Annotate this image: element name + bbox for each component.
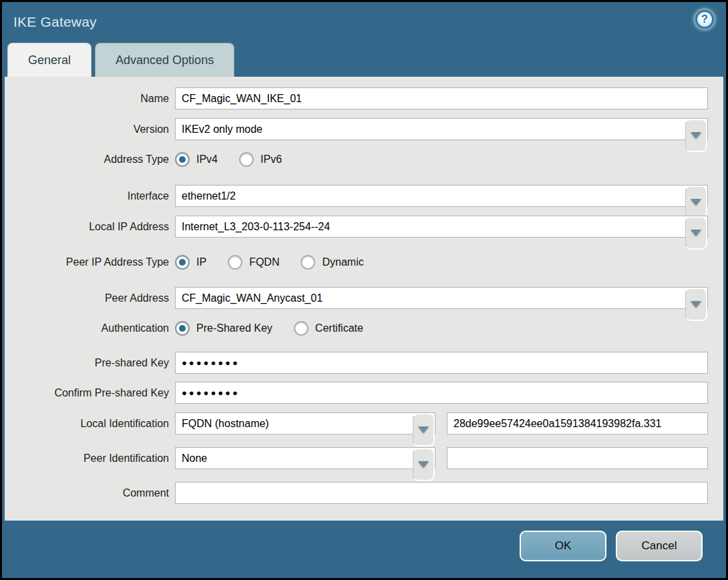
peer-address-row: Peer Address CF_Magic_WAN_Anycast_01 (5, 287, 708, 309)
address-type-radio-ipv6[interactable]: IPv6 (239, 152, 282, 167)
peer-identification-type-select[interactable]: None (175, 447, 435, 469)
radio-unselected-icon (228, 255, 242, 270)
local-ip-address-label: Local IP Address (5, 221, 175, 233)
chevron-down-icon (691, 230, 701, 236)
ok-button[interactable]: OK (520, 531, 606, 561)
peer-ip-type-radio-fqdn[interactable]: FQDN (228, 255, 279, 270)
peer-address-select[interactable]: CF_Magic_WAN_Anycast_01 (175, 287, 708, 309)
peer-identification-dropdown-button[interactable] (413, 448, 435, 481)
peer-address-dropdown-button[interactable] (685, 288, 707, 321)
pre-shared-key-input[interactable] (175, 352, 708, 374)
peer-ip-type-radio-dynamic[interactable]: Dynamic (301, 255, 363, 270)
radio-unselected-icon (239, 152, 254, 167)
help-icon[interactable]: ? (695, 10, 714, 29)
peer-identification-value-input[interactable] (447, 447, 708, 469)
peer-identification-label: Peer Identification (5, 453, 175, 465)
radio-unselected-icon (294, 321, 309, 336)
version-row: Version IKEv2 only mode (5, 118, 708, 140)
peer-address-value: CF_Magic_WAN_Anycast_01 (176, 288, 685, 308)
address-type-label: Address Type (5, 154, 175, 166)
local-identification-row: Local Identification FQDN (hostname) (5, 412, 708, 434)
peer-address-label: Peer Address (5, 292, 175, 304)
local-ip-address-dropdown-button[interactable] (685, 216, 707, 250)
peer-ip-address-type-row: Peer IP Address Type IP FQDN Dynamic (5, 253, 708, 272)
confirm-pre-shared-key-label: Confirm Pre-shared Key (5, 387, 175, 399)
chevron-down-icon (418, 426, 429, 433)
radio-selected-icon (175, 321, 190, 336)
authentication-label: Authentication (5, 322, 175, 334)
radio-unselected-icon (301, 255, 315, 270)
confirm-pre-shared-key-row: Confirm Pre-shared Key (5, 382, 708, 404)
address-type-row: Address Type IPv4 IPv6 (5, 150, 708, 169)
authentication-row: Authentication Pre-Shared Key Certificat… (5, 319, 708, 338)
dialog-title: IKE Gateway (13, 14, 97, 30)
chevron-down-icon (691, 301, 701, 308)
comment-input[interactable] (175, 482, 708, 504)
name-label: Name (5, 93, 175, 105)
local-identification-type-select[interactable]: FQDN (hostname) (175, 412, 435, 434)
peer-identification-row: Peer Identification None (5, 447, 708, 469)
chevron-down-icon (691, 132, 701, 139)
local-identification-dropdown-button[interactable] (413, 413, 435, 447)
address-type-radio-ipv4[interactable]: IPv4 (175, 152, 218, 167)
interface-dropdown-button[interactable] (685, 186, 707, 219)
version-dropdown-button[interactable] (685, 119, 707, 152)
tab-general[interactable]: General (7, 43, 92, 77)
dialog-titlebar: IKE Gateway ? (2, 2, 726, 42)
comment-label: Comment (5, 487, 175, 499)
name-row: Name (5, 87, 708, 109)
chevron-down-icon (418, 461, 429, 468)
local-identification-value-input[interactable] (447, 412, 708, 434)
confirm-pre-shared-key-input[interactable] (175, 382, 708, 404)
radio-selected-icon (175, 255, 190, 270)
peer-ip-address-type-label: Peer IP Address Type (5, 256, 175, 268)
local-ip-address-value: Internet_L3_203-0-113-254--24 (176, 216, 685, 237)
authentication-radio-certificate[interactable]: Certificate (294, 321, 363, 336)
comment-row: Comment (5, 482, 708, 504)
authentication-radio-pre-shared-key[interactable]: Pre-Shared Key (175, 321, 272, 336)
tab-advanced-options[interactable]: Advanced Options (95, 43, 234, 77)
peer-ip-type-radio-ip[interactable]: IP (175, 255, 206, 270)
version-value: IKEv2 only mode (176, 119, 685, 139)
cancel-button[interactable]: Cancel (616, 531, 703, 561)
local-ip-address-row: Local IP Address Internet_L3_203-0-113-2… (5, 216, 708, 238)
chevron-down-icon (691, 199, 701, 206)
pre-shared-key-row: Pre-shared Key (5, 352, 708, 374)
local-identification-label: Local Identification (5, 418, 175, 430)
peer-identification-type-value: None (176, 448, 413, 469)
local-ip-address-select[interactable]: Internet_L3_203-0-113-254--24 (175, 216, 708, 238)
pre-shared-key-label: Pre-shared Key (5, 357, 175, 369)
ike-gateway-dialog: IKE Gateway ? General Advanced Options N… (2, 2, 726, 578)
general-tab-panel: Name Version IKEv2 only mode Address Typ… (5, 77, 723, 521)
dialog-footer: OK Cancel (2, 521, 726, 580)
interface-select[interactable]: ethernet1/2 (175, 185, 708, 207)
interface-label: Interface (5, 190, 175, 202)
tab-bar: General Advanced Options (2, 42, 726, 77)
name-input[interactable] (175, 87, 708, 109)
interface-value: ethernet1/2 (176, 186, 685, 206)
version-select[interactable]: IKEv2 only mode (175, 118, 708, 140)
interface-row: Interface ethernet1/2 (5, 185, 708, 207)
version-label: Version (5, 123, 175, 135)
local-identification-type-value: FQDN (hostname) (176, 413, 413, 434)
radio-selected-icon (175, 152, 190, 167)
